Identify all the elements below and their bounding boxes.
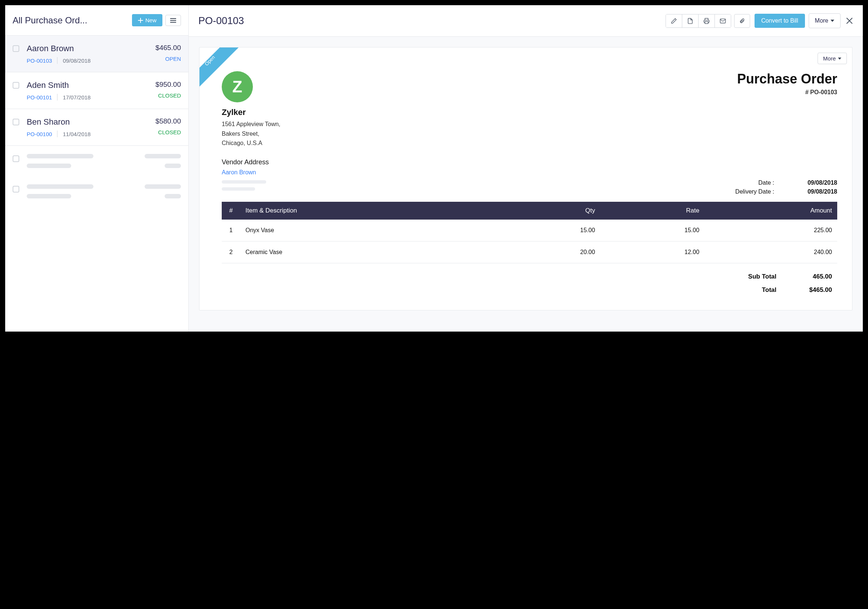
checkbox[interactable] [12,45,19,52]
caret-down-icon [838,57,841,60]
checkbox[interactable] [12,119,19,125]
document-more-label: More [823,55,836,62]
attach-button[interactable] [734,14,750,28]
total-value: $465.00 [799,286,832,294]
subtotal-label: Sub Total [748,273,777,280]
cell-rate: 15.00 [600,219,704,241]
mail-icon [720,18,726,24]
document-header: Z Zylker 1561 Appleview Town, Bakers Str… [222,71,837,148]
total-label: Total [762,286,777,294]
new-button[interactable]: New [132,14,163,26]
plus-icon [138,18,143,23]
list-item-date: 17/07/2018 [63,94,90,101]
list-item[interactable]: Aaron Brown PO-00103 09/08/2018 $465.00 … [5,36,188,72]
print-button[interactable] [699,14,715,28]
vendor-address-label: Vendor Address [222,158,837,166]
cell-desc: Onyx Vase [240,219,496,241]
dates-block: Date : 09/08/2018 Delivery Date : 09/08/… [222,180,837,195]
col-desc: Item & Description [240,202,496,219]
cell-amount: 225.00 [704,219,837,241]
list-item-placeholder [5,146,188,176]
pdf-button[interactable] [682,14,699,28]
vendor-name-link[interactable]: Aaron Brown [222,169,256,176]
hamburger-button[interactable] [165,15,181,26]
table-row: 1 Onyx Vase 15.00 15.00 225.00 [222,219,837,241]
app-root: All Purchase Ord... New Aaron Brown PO-0… [5,5,863,332]
list-item-po: PO-00100 [27,131,52,137]
delivery-date-value: 09/08/2018 [797,188,837,195]
status-ribbon: Open [200,48,240,88]
printer-icon [704,18,710,24]
company-address: 1561 Appleview Town, Bakers Street, Chic… [222,120,280,148]
checkbox[interactable] [12,155,19,162]
document-number: # PO-00103 [737,89,837,96]
table-row: 2 Ceramic Vase 20.00 12.00 240.00 [222,241,837,263]
po-list-panel: All Purchase Ord... New Aaron Brown PO-0… [5,5,189,332]
svg-rect-0 [705,21,708,23]
document-scroll[interactable]: Open More Z Zylker 1561 Appleview Town, … [189,37,863,321]
list-item-po: PO-00103 [27,57,52,64]
more-label: More [815,17,828,24]
list-item-placeholder [5,176,188,207]
po-list: Aaron Brown PO-00103 09/08/2018 $465.00 … [5,36,188,146]
totals-block: Sub Total 465.00 Total $465.00 [222,270,837,297]
icon-btn-group [665,14,731,28]
paperclip-icon [739,18,745,24]
date-label: Date : [758,180,774,186]
more-dropdown[interactable]: More [809,13,840,28]
document-title-block: Purchase Order # PO-00103 [737,71,837,96]
document-more-dropdown[interactable]: More [818,53,847,64]
list-header: All Purchase Ord... New [5,5,188,36]
close-button[interactable] [846,17,853,25]
cell-desc: Ceramic Vase [240,241,496,263]
close-icon [846,17,853,25]
list-item-status: CLOSED [155,129,181,135]
edit-button[interactable] [666,14,682,28]
list-item-amount: $580.00 [155,117,181,125]
cell-num: 1 [222,219,240,241]
purchase-order-document: Open More Z Zylker 1561 Appleview Town, … [199,47,852,311]
date-value: 09/08/2018 [797,180,837,186]
list-item-name: Aaron Brown [27,44,155,53]
list-title: All Purchase Ord... [12,15,132,26]
pdf-icon [687,18,693,24]
ribbon-text: Open [203,54,216,67]
list-item-amount: $465.00 [155,44,181,52]
checkbox[interactable] [12,186,19,193]
new-button-label: New [145,17,157,23]
list-item-date: 09/08/2018 [63,57,90,64]
detail-panel: PO-00103 Convert to Bill [189,5,863,332]
line-items-table: # Item & Description Qty Rate Amount 1 O… [222,202,837,263]
pencil-icon [671,18,677,24]
subtotal-value: 465.00 [799,273,832,280]
list-item-amount: $950.00 [155,81,181,89]
list-item-status: OPEN [155,56,181,62]
document-title: Purchase Order [737,71,837,87]
cell-amount: 240.00 [704,241,837,263]
email-button[interactable] [715,14,731,28]
delivery-date-label: Delivery Date : [735,188,774,195]
list-item-name: Aden Smith [27,81,155,90]
list-item-status: CLOSED [155,92,181,99]
cell-qty: 20.00 [496,241,600,263]
cell-qty: 15.00 [496,219,600,241]
cell-num: 2 [222,241,240,263]
list-item-name: Ben Sharon [27,117,155,127]
detail-header: PO-00103 Convert to Bill [189,5,863,37]
col-qty: Qty [496,202,600,219]
caret-down-icon [831,20,834,22]
list-item[interactable]: Ben Sharon PO-00100 11/04/2018 $580.00 C… [5,109,188,146]
detail-title: PO-00103 [198,15,244,27]
list-item-po: PO-00101 [27,94,52,101]
col-amount: Amount [704,202,837,219]
col-num: # [222,202,240,219]
list-item-date: 11/04/2018 [63,131,90,137]
col-rate: Rate [600,202,704,219]
cell-rate: 12.00 [600,241,704,263]
convert-to-bill-button[interactable]: Convert to Bill [755,14,805,28]
checkbox[interactable] [12,82,19,89]
company-name: Zylker [222,107,280,117]
list-item[interactable]: Aden Smith PO-00101 17/07/2018 $950.00 C… [5,72,188,109]
menu-icon [170,18,176,23]
